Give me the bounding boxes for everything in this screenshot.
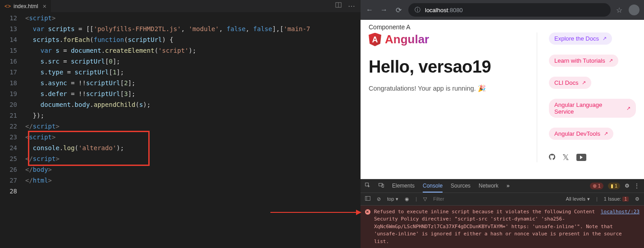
more-actions-icon[interactable]: ⋯: [348, 2, 355, 10]
code-lines[interactable]: <script> var scripts = [['polyfills-FFHM…: [25, 13, 361, 248]
devtools-tab-elements[interactable]: Elements: [392, 183, 415, 189]
editor-pane: <> index.html × ⋯ 1213141516171819202122…: [0, 0, 361, 248]
link-learn-tutorials[interactable]: Learn with Tutorials ↗: [549, 55, 618, 67]
profile-icon[interactable]: [629, 5, 639, 15]
code-area[interactable]: 1213141516171819202122232425262728 <scri…: [0, 13, 361, 248]
forward-button[interactable]: →: [379, 6, 388, 14]
devtools-tab-console[interactable]: Console: [423, 183, 443, 193]
console-filter-input[interactable]: [433, 196, 559, 202]
issue-count-badge: 1: [622, 197, 629, 202]
url-host: localhost: [425, 7, 448, 14]
social-links: 𝕏: [549, 152, 636, 162]
sidebar-links: Explore the Docs ↗ Learn with Tutorials …: [537, 32, 636, 162]
chevron-down-icon: ▾: [396, 196, 398, 202]
inspect-element-icon[interactable]: [365, 183, 370, 189]
more-tabs-icon[interactable]: »: [507, 183, 510, 189]
external-link-icon: ↗: [582, 80, 586, 86]
componente-label: Componente A: [361, 20, 644, 32]
error-icon: [365, 209, 370, 215]
page-heading: Hello, versao19: [369, 57, 523, 77]
settings-gear-icon[interactable]: ⚙: [625, 183, 630, 189]
console-sidebar-toggle-icon[interactable]: [365, 196, 370, 202]
reload-button[interactable]: ⟳: [394, 6, 403, 14]
svg-rect-5: [365, 197, 370, 201]
chevron-down-icon: ▾: [587, 196, 590, 202]
close-icon[interactable]: ×: [43, 3, 46, 10]
log-levels-selector[interactable]: All levels ▾: [566, 196, 590, 202]
external-link-icon: ↗: [603, 36, 607, 41]
devtools-tab-sources[interactable]: Sources: [451, 183, 470, 189]
console-message-error[interactable]: localhost/:23 Refused to execute inline …: [361, 206, 644, 248]
console-toolbar: ⊘ top ▾ ◉ | ▽ All levels ▾ | 1 Issue: 1 …: [361, 193, 644, 206]
link-explore-docs[interactable]: Explore the Docs ↗: [549, 32, 612, 45]
browser-toolbar: ← → ⟳ ⓘ localhost:8080 ☆: [361, 0, 644, 20]
warnings-badge[interactable]: ▮ 1: [608, 183, 620, 189]
live-expression-icon[interactable]: ◉: [405, 196, 409, 202]
x-twitter-icon[interactable]: 𝕏: [562, 152, 569, 162]
link-language-service[interactable]: Angular Language Service ↗: [549, 99, 636, 118]
line-number-gutter: 1213141516171819202122232425262728: [0, 13, 25, 248]
url-bar[interactable]: ⓘ localhost:8080: [408, 3, 611, 17]
angular-wordmark: Angular: [385, 32, 429, 46]
split-editor-icon[interactable]: [335, 2, 342, 10]
rendered-page: Componente A Angular Hello, versao19 Con…: [361, 20, 644, 179]
browser-pane: ← → ⟳ ⓘ localhost:8080 ☆ Componente A An…: [361, 0, 644, 248]
html-file-icon: <>: [5, 3, 11, 9]
editor-tab-bar: <> index.html × ⋯: [0, 0, 361, 13]
back-button[interactable]: ←: [365, 6, 374, 14]
filter-icon: ▽: [423, 196, 427, 202]
youtube-icon[interactable]: [576, 154, 586, 161]
device-toolbar-icon[interactable]: [379, 183, 384, 189]
context-selector[interactable]: top ▾: [387, 196, 398, 202]
bookmark-icon[interactable]: ☆: [616, 6, 622, 14]
console-settings-icon[interactable]: ⚙: [635, 196, 639, 202]
url-port: :8080: [448, 7, 463, 14]
devtools-tab-network[interactable]: Network: [479, 183, 498, 189]
editor-tab-actions: ⋯: [335, 2, 361, 10]
link-devtools[interactable]: Angular DevTools ↗: [549, 128, 613, 140]
editor-tab-index-html[interactable]: <> index.html ×: [0, 0, 51, 12]
link-cli-docs[interactable]: CLI Docs ↗: [549, 77, 591, 89]
error-source-link[interactable]: localhost/:23: [601, 208, 639, 216]
errors-badge[interactable]: ⊗ 1: [590, 183, 603, 189]
issues-label[interactable]: 1 Issue: 1: [604, 196, 629, 202]
congrats-text: Congratulations! Your app is running. 🎉: [369, 85, 523, 92]
devtools-tabs: Elements Console Sources Network » ⊗ 1 ▮…: [361, 179, 644, 193]
devtools-panel: Elements Console Sources Network » ⊗ 1 ▮…: [361, 179, 644, 248]
error-message-text: Refused to execute inline script because…: [374, 209, 622, 244]
github-icon[interactable]: [549, 153, 555, 162]
devtools-more-icon[interactable]: ⋮: [634, 183, 639, 189]
clear-console-icon[interactable]: ⊘: [377, 196, 381, 202]
external-link-icon: ↗: [604, 131, 608, 137]
external-link-icon: ↗: [609, 58, 613, 64]
angular-shield-icon: [369, 33, 381, 46]
editor-tab-label: index.html: [14, 3, 38, 9]
external-link-icon: ↗: [626, 106, 630, 111]
angular-logo: Angular: [369, 32, 523, 46]
site-info-icon[interactable]: ⓘ: [415, 6, 420, 14]
